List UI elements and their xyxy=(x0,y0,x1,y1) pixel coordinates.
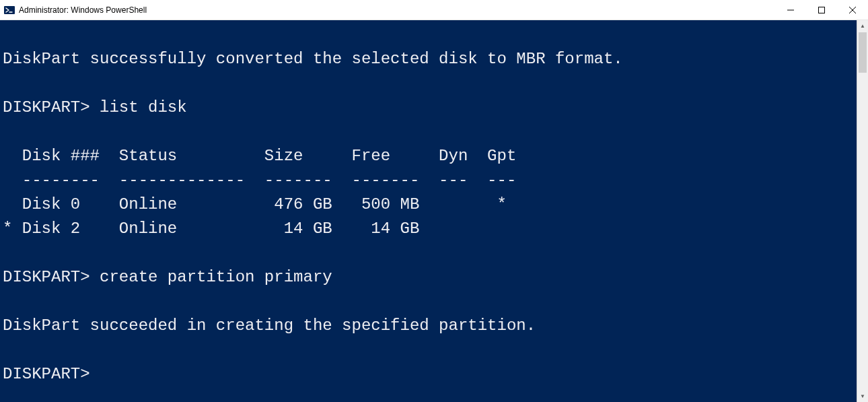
close-button[interactable] xyxy=(837,0,868,20)
console-output[interactable]: DiskPart successfully converted the sele… xyxy=(0,20,857,402)
svg-rect-0 xyxy=(4,6,15,14)
titlebar[interactable]: Administrator: Windows PowerShell xyxy=(0,0,868,20)
scroll-down-arrow[interactable]: ▼ xyxy=(857,391,868,402)
scroll-up-arrow[interactable]: ▲ xyxy=(857,20,868,32)
minimize-button[interactable] xyxy=(775,0,806,20)
window-title: Administrator: Windows PowerShell xyxy=(19,5,147,15)
powershell-icon xyxy=(4,5,15,15)
scroll-thumb[interactable] xyxy=(859,32,867,73)
vertical-scrollbar[interactable]: ▲ ▼ xyxy=(857,20,868,402)
maximize-button[interactable] xyxy=(806,0,837,20)
svg-rect-3 xyxy=(819,7,825,13)
window-controls xyxy=(775,0,868,20)
client-area: DiskPart successfully converted the sele… xyxy=(0,20,868,402)
